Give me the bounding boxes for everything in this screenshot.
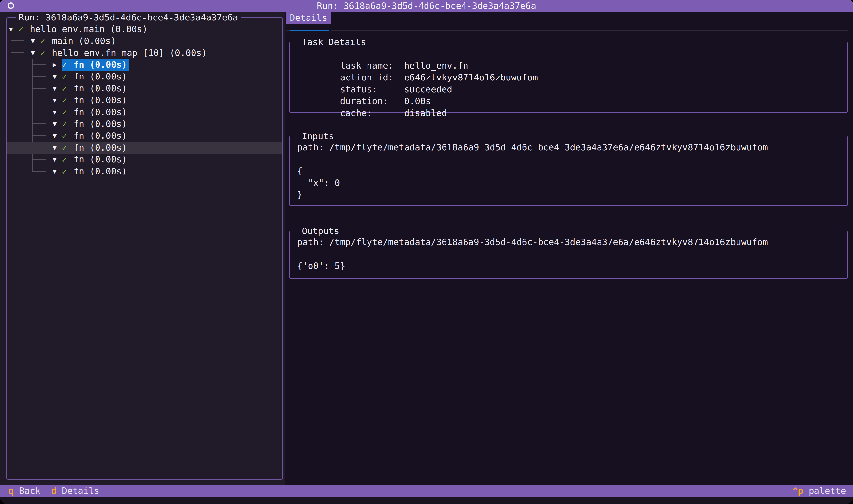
tree-item-body: ✓ fn (0.00s) bbox=[62, 118, 127, 130]
title-bar: Run: 3618a6a9-3d5d-4d6c-bce4-3de3a4a37e6… bbox=[0, 0, 853, 12]
tree-item-selection: ✓ fn (0.00s) bbox=[62, 59, 129, 71]
hint-palette-key: ^p bbox=[793, 486, 803, 496]
app-window: Run: 3618a6a9-3d5d-4d6c-bce4-3de3a4a37e6… bbox=[0, 0, 853, 504]
field-label: task name: bbox=[340, 60, 404, 72]
tree-item-body: ✓ fn (0.00s) bbox=[62, 94, 127, 106]
field-label: status: bbox=[340, 84, 404, 95]
field-value: e646ztvkyv8714o16zbuwufom bbox=[404, 72, 538, 83]
tree-item-fn-5[interactable]: ▼ ✓ fn (0.00s) bbox=[7, 106, 282, 118]
tree-item-label: fn (0.00s) bbox=[74, 71, 127, 83]
success-check-icon: ✓ bbox=[40, 35, 52, 47]
expanded-arrow-icon[interactable]: ▼ bbox=[31, 35, 40, 47]
tree-item-label: fn (0.00s) bbox=[74, 118, 127, 130]
task-details-fields: task name:hello_env.fn action id:e646ztv… bbox=[297, 48, 538, 107]
hint-details-label: Details bbox=[62, 486, 99, 496]
tree-item-hello-env-main[interactable]: ▼ ✓ hello_env.main (0.00s) bbox=[7, 23, 282, 35]
expanded-arrow-icon[interactable]: ▼ bbox=[53, 94, 62, 106]
tree-item-fn-9[interactable]: ▼ ✓ fn (0.00s) bbox=[7, 154, 282, 165]
tree-item-fn-4[interactable]: ▼ ✓ fn (0.00s) bbox=[7, 94, 282, 106]
tree-item-fn-10[interactable]: ▼ ✓ fn (0.00s) bbox=[7, 165, 282, 177]
expanded-arrow-icon[interactable]: ▼ bbox=[53, 165, 62, 177]
expanded-arrow-icon[interactable]: ▼ bbox=[53, 71, 62, 83]
status-bar: q Back d Details ^p palette bbox=[0, 485, 853, 497]
field-task-name: task name:hello_env.fn bbox=[297, 48, 538, 60]
tree-item-body: ✓ main (0.00s) bbox=[40, 35, 116, 47]
expanded-arrow-icon[interactable]: ▼ bbox=[53, 142, 62, 154]
tree-item-fn-6[interactable]: ▼ ✓ fn (0.00s) bbox=[7, 118, 282, 130]
inputs-panel: Inputs path: /tmp/flyte/metadata/3618a6a… bbox=[289, 136, 848, 206]
tree-item-fn-1[interactable]: ▶ ✓ fn (0.00s) bbox=[7, 59, 282, 71]
tree-item-label: fn (0.00s) bbox=[74, 154, 127, 165]
success-check-icon: ✓ bbox=[40, 47, 52, 59]
success-check-icon: ✓ bbox=[62, 94, 74, 106]
expanded-arrow-icon[interactable]: ▼ bbox=[53, 118, 62, 130]
tree-item-body: ✓ hello_env.fn_map [10] (0.00s) bbox=[40, 47, 207, 59]
field-value: 0.00s bbox=[404, 96, 431, 106]
tree-item-body: ✓ fn (0.00s) bbox=[62, 71, 127, 83]
success-check-icon: ✓ bbox=[62, 71, 74, 83]
tree-item-body: ✓ fn (0.00s) bbox=[62, 142, 127, 154]
tree-item-body: ✓ hello_env.main (0.00s) bbox=[18, 23, 148, 35]
inputs-content: path: /tmp/flyte/metadata/3618a6a9-3d5d-… bbox=[297, 141, 768, 201]
field-value: hello_env.fn bbox=[404, 60, 468, 71]
status-separator bbox=[785, 485, 785, 497]
hint-palette-label: palette bbox=[809, 486, 846, 496]
tree-item-label: fn (0.00s) bbox=[74, 106, 127, 118]
tab-underline bbox=[286, 30, 848, 31]
success-check-icon: ✓ bbox=[62, 142, 74, 154]
window-title: Run: 3618a6a9-3d5d-4d6c-bce4-3de3a4a37e6… bbox=[0, 0, 853, 12]
tree-item-body: ✓ fn (0.00s) bbox=[62, 154, 127, 165]
inputs-title: Inputs bbox=[298, 130, 337, 142]
field-label: cache: bbox=[340, 107, 404, 119]
expanded-arrow-icon[interactable]: ▼ bbox=[53, 154, 62, 165]
hint-details-key: d bbox=[51, 486, 56, 496]
tab-underline-active bbox=[290, 30, 331, 31]
run-tree-panel: Run: 3618a6a9-3d5d-4d6c-bce4-3de3a4a37e6… bbox=[6, 17, 283, 480]
tree-item-main[interactable]: ▼ ✓ main (0.00s) bbox=[7, 35, 282, 47]
run-tree-panel-title: Run: 3618a6a9-3d5d-4d6c-bce4-3de3a4a37e6… bbox=[16, 12, 241, 23]
expanded-arrow-icon[interactable]: ▼ bbox=[9, 23, 18, 35]
success-check-icon: ✓ bbox=[62, 130, 74, 142]
expanded-arrow-icon[interactable]: ▼ bbox=[31, 47, 40, 59]
tree-item-label: hello_env.main (0.00s) bbox=[30, 23, 148, 35]
tree-item-label: fn (0.00s) bbox=[74, 165, 127, 177]
success-check-icon: ✓ bbox=[62, 83, 74, 94]
tree-item-label: fn (0.00s) bbox=[74, 83, 127, 94]
run-tree: ▼ ✓ hello_env.main (0.00s) ▼ ✓ main (0.0… bbox=[7, 23, 282, 177]
outputs-title: Outputs bbox=[298, 225, 343, 237]
hint-back-key: q bbox=[8, 486, 14, 496]
collapsed-arrow-icon[interactable]: ▶ bbox=[53, 59, 62, 71]
success-check-icon: ✓ bbox=[62, 59, 74, 71]
success-check-icon: ✓ bbox=[62, 154, 74, 165]
expanded-arrow-icon[interactable]: ▼ bbox=[53, 106, 62, 118]
expanded-arrow-icon[interactable]: ▼ bbox=[53, 83, 62, 94]
tree-item-body: ✓ fn (0.00s) bbox=[62, 130, 127, 142]
success-check-icon: ✓ bbox=[18, 23, 30, 35]
tree-item-label: fn (0.00s) bbox=[74, 130, 127, 142]
hint-details[interactable]: d Details bbox=[51, 486, 99, 496]
tree-item-label: fn (0.00s) bbox=[74, 94, 127, 106]
tree-item-fn-3[interactable]: ▼ ✓ fn (0.00s) bbox=[7, 83, 282, 94]
tab-details[interactable]: Details bbox=[286, 12, 331, 24]
outputs-panel: Outputs path: /tmp/flyte/metadata/3618a6… bbox=[289, 231, 848, 278]
tree-item-label: hello_env.fn_map [10] (0.00s) bbox=[52, 47, 207, 59]
tree-item-label: main (0.00s) bbox=[52, 35, 116, 47]
field-value: disabled bbox=[404, 108, 447, 118]
field-value: succeeded bbox=[404, 84, 452, 94]
tree-item-fn-8[interactable]: ▼ ✓ fn (0.00s) bbox=[7, 142, 282, 154]
tree-item-label: fn (0.00s) bbox=[74, 59, 127, 71]
hint-palette[interactable]: ^p palette bbox=[793, 485, 846, 497]
tree-item-fn-2[interactable]: ▼ ✓ fn (0.00s) bbox=[7, 71, 282, 83]
hint-back-label: Back bbox=[19, 486, 40, 496]
success-check-icon: ✓ bbox=[62, 118, 74, 130]
tree-item-label: fn (0.00s) bbox=[74, 142, 127, 154]
outputs-content: path: /tmp/flyte/metadata/3618a6a9-3d5d-… bbox=[297, 236, 768, 272]
field-label: duration: bbox=[340, 95, 404, 107]
tree-item-body: ✓ fn (0.00s) bbox=[62, 165, 127, 177]
tree-item-fn-map[interactable]: ▼ ✓ hello_env.fn_map [10] (0.00s) bbox=[7, 47, 282, 59]
hint-back[interactable]: q Back bbox=[8, 486, 40, 496]
expanded-arrow-icon[interactable]: ▼ bbox=[53, 130, 62, 142]
success-check-icon: ✓ bbox=[62, 106, 74, 118]
tree-item-body: ✓ fn (0.00s) bbox=[62, 106, 127, 118]
tree-item-fn-7[interactable]: ▼ ✓ fn (0.00s) bbox=[7, 130, 282, 142]
